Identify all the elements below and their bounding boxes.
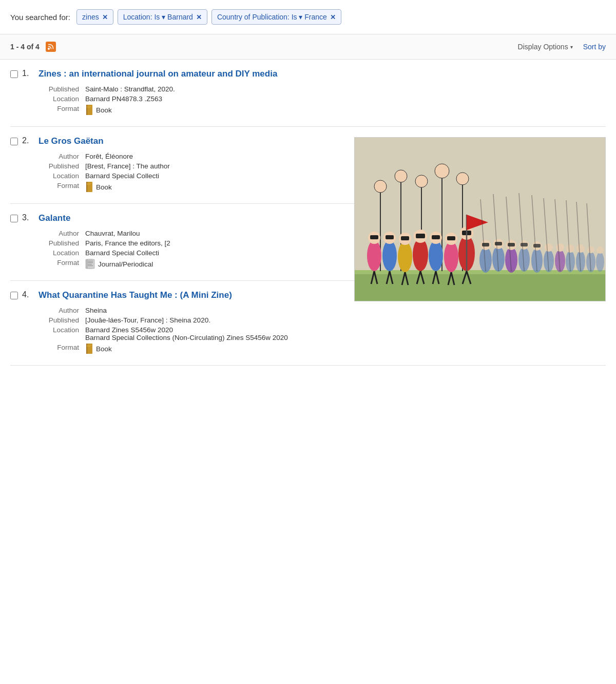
book-icon-4 [85, 344, 93, 354]
meta-value-author-2: Forêt, Éléonore [85, 153, 133, 160]
meta-label-format-3: Format [34, 259, 85, 269]
meta-value-author-4: Sheina [85, 307, 107, 314]
sort-by-button[interactable]: Sort by [583, 43, 606, 51]
svg-rect-69 [533, 244, 541, 248]
filter-zines-text: zines [82, 13, 99, 21]
svg-rect-25 [386, 235, 394, 239]
svg-point-28 [398, 241, 412, 272]
meta-label-author-2: Author [34, 153, 85, 160]
svg-point-75 [566, 244, 574, 253]
svg-point-18 [367, 240, 381, 271]
svg-point-81 [596, 246, 604, 254]
svg-rect-63 [508, 243, 515, 246]
result-checkbox-3[interactable] [10, 215, 18, 222]
meta-value-published-2: [Brest, France] : The author [85, 162, 170, 170]
svg-point-43 [444, 241, 458, 272]
result-checkbox-1[interactable] [10, 70, 18, 78]
display-options-button[interactable]: Display Options ▾ [518, 43, 573, 51]
svg-rect-105 [87, 346, 90, 347]
meta-label-published-4: Published [34, 316, 85, 324]
meta-label-published-1: Published [34, 85, 85, 93]
metadata-table-1: Published Saint-Malo : Strandflat, 2020.… [34, 84, 606, 116]
filter-location-text: Location: Is ▾ Barnard [123, 13, 193, 21]
svg-rect-4 [87, 107, 90, 108]
search-label: You searched for: [10, 13, 70, 22]
svg-point-15 [435, 164, 449, 178]
result-item-1: 1. Zines : an international journal on a… [10, 60, 606, 127]
meta-label-published-2: Published [34, 162, 85, 170]
result-count: 1 - 4 of 4 [10, 43, 40, 51]
svg-point-33 [413, 238, 428, 271]
meta-label-location-4: Location [34, 326, 85, 341]
filter-tag-zines[interactable]: zines ✕ [76, 9, 113, 25]
svg-rect-95 [87, 184, 90, 185]
result-number-1: 1. [22, 69, 34, 78]
metadata-table-4: Author Sheina Published [Jouâe-láes-Tour… [34, 306, 606, 355]
meta-label-published-3: Published [34, 239, 85, 247]
filter-location-close[interactable]: ✕ [196, 13, 202, 21]
svg-rect-99 [88, 262, 93, 263]
svg-point-0 [48, 48, 50, 50]
display-options-chevron: ▾ [570, 44, 573, 50]
svg-rect-101 [88, 265, 93, 266]
meta-label-format-4: Format [34, 344, 85, 354]
svg-point-23 [382, 240, 397, 271]
meta-value-location-2: Barnard Special Collecti [85, 172, 159, 180]
result-number-4: 4. [22, 290, 34, 299]
svg-rect-35 [416, 234, 425, 238]
journal-icon-3 [85, 259, 95, 269]
meta-row-published-1: Published Saint-Malo : Strandflat, 2020. [34, 84, 606, 94]
result-title-3[interactable]: Galante [38, 213, 70, 223]
svg-point-17 [456, 173, 469, 185]
meta-label-location-2: Location [34, 172, 85, 180]
toolbar-left: 1 - 4 of 4 [10, 42, 56, 52]
svg-rect-100 [88, 264, 92, 264]
filter-zines-close[interactable]: ✕ [102, 13, 108, 21]
svg-point-13 [415, 175, 428, 187]
svg-point-77 [576, 244, 585, 253]
svg-point-71 [545, 243, 553, 252]
meta-row-author-4: Author Sheina [34, 306, 606, 315]
result-checkbox-2[interactable] [10, 138, 18, 145]
toolbar: 1 - 4 of 4 Display Options ▾ Sort by [0, 34, 616, 60]
svg-rect-60 [495, 242, 502, 245]
result-checkbox-4[interactable] [10, 292, 18, 299]
filter-country-text: Country of Publication: Is ▾ France [217, 13, 327, 21]
meta-label-format-1: Format [34, 105, 85, 115]
svg-point-73 [556, 243, 564, 252]
revolution-thumbnail [354, 137, 606, 301]
book-icon-1 [85, 105, 93, 115]
meta-value-author-3: Chauvrat, Marilou [85, 230, 140, 237]
meta-value-format-1: Book [85, 105, 112, 115]
result-title-4[interactable]: What Quarantine Has Taught Me : (A Mini … [38, 290, 232, 300]
rss-icon[interactable] [46, 42, 56, 52]
svg-rect-40 [432, 235, 440, 239]
display-options-label: Display Options [518, 43, 568, 51]
svg-rect-66 [521, 243, 528, 246]
svg-rect-98 [88, 261, 93, 261]
result-number-3: 3. [22, 213, 34, 222]
meta-value-published-1: Saint-Malo : Strandflat, 2020. [85, 85, 175, 93]
svg-point-80 [596, 252, 604, 272]
filter-tag-country[interactable]: Country of Publication: Is ▾ France ✕ [211, 9, 341, 25]
svg-rect-104 [87, 345, 91, 346]
filter-country-close[interactable]: ✕ [330, 13, 336, 21]
svg-rect-20 [370, 235, 378, 239]
meta-value-published-3: Paris, France the editors, [2 [85, 239, 170, 247]
svg-rect-57 [482, 243, 489, 246]
meta-value-location-4: Barnard Zines S5456w 2020 Barnard Specia… [85, 326, 288, 341]
meta-value-location-3: Barnard Special Collecti [85, 249, 159, 257]
result-number-2: 2. [22, 136, 34, 145]
sort-by-label: Sort by [583, 43, 606, 51]
svg-rect-30 [401, 236, 409, 240]
svg-point-11 [395, 170, 407, 182]
result-title-2[interactable]: Le Gros Gaëtan [38, 136, 104, 146]
result-title-1[interactable]: Zines : an international journal on amat… [38, 69, 277, 79]
svg-point-79 [587, 246, 594, 253]
meta-row-location-4: Location Barnard Zines S5456w 2020 Barna… [34, 325, 606, 343]
svg-rect-6 [355, 271, 606, 301]
filter-tag-location[interactable]: Location: Is ▾ Barnard ✕ [118, 9, 207, 25]
meta-label-author-3: Author [34, 230, 85, 237]
meta-value-location-1: Barnard PN4878.3 .Z563 [85, 95, 162, 103]
meta-label-format-2: Format [34, 182, 85, 192]
